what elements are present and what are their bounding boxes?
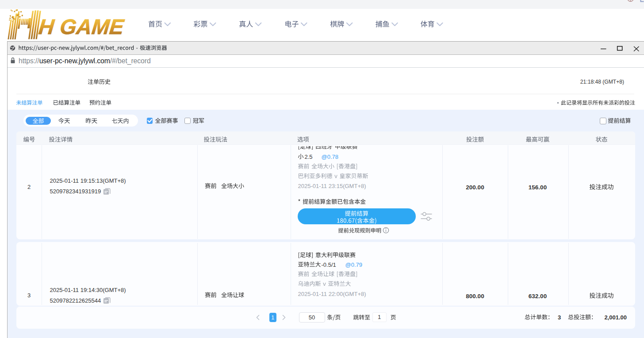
svg-text:2.5: 2.5 — [305, 154, 313, 160]
svg-text:800.00: 800.00 — [466, 293, 484, 300]
svg-text:-0.5/1: -0.5/1 — [322, 261, 336, 268]
svg-text:632.00: 632.00 — [529, 293, 547, 300]
svg-text:5209782341931919: 5209782341931919 — [50, 188, 101, 195]
svg-text:1: 1 — [271, 315, 274, 321]
svg-text:2,001.00: 2,001.00 — [604, 314, 627, 321]
svg-text:2025-01-11 19:14:30(GMT+8): 2025-01-11 19:14:30(GMT+8) — [50, 287, 126, 293]
svg-text:H GAME: H GAME — [38, 15, 126, 38]
svg-text:156.00: 156.00 — [529, 184, 547, 191]
svg-text:2025-01-11 19:15:13(GMT+8): 2025-01-11 19:15:13(GMT+8) — [50, 177, 126, 184]
svg-text:3: 3 — [27, 292, 31, 299]
svg-text:https://user-pc-new.jylywl.com: https://user-pc-new.jylywl.com/#/bet_rec… — [19, 57, 151, 65]
svg-text:5209782212625544: 5209782212625544 — [50, 297, 101, 304]
svg-text:200.00: 200.00 — [466, 184, 484, 191]
svg-text:2025-01-11 22:00(GMT+8): 2025-01-11 22:00(GMT+8) — [298, 291, 366, 297]
svg-text:3: 3 — [558, 314, 561, 321]
svg-text:21:18:48 (GMT+8): 21:18:48 (GMT+8) — [580, 79, 624, 85]
svg-text:1: 1 — [378, 314, 381, 320]
svg-text:@0.79: @0.79 — [345, 261, 363, 268]
svg-text:2: 2 — [27, 184, 31, 190]
svg-text:50: 50 — [309, 314, 315, 321]
svg-text:@0.78: @0.78 — [322, 154, 339, 160]
svg-text:2025-01-11 23:15(GMT+8): 2025-01-11 23:15(GMT+8) — [298, 183, 366, 189]
